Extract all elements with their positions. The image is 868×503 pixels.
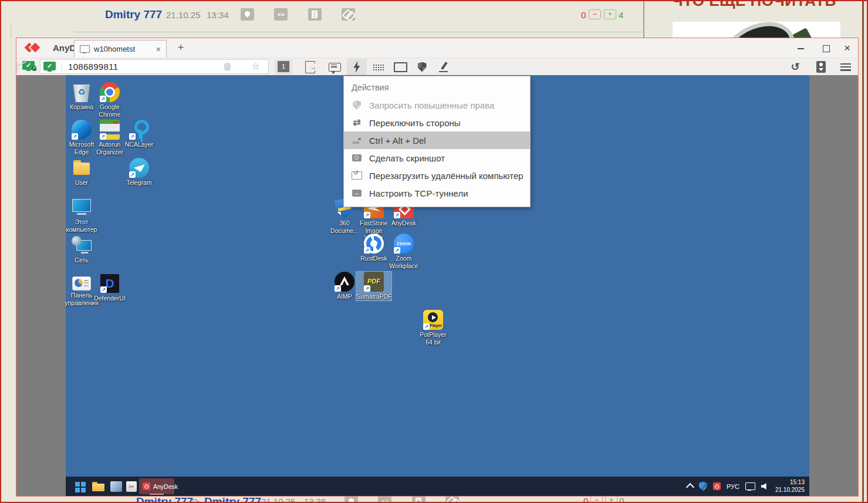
history-icon: ↺ — [791, 60, 799, 73]
permalink-icon[interactable] — [342, 8, 355, 21]
address-field[interactable]: 1086899811 ☆ — [40, 59, 269, 74]
post-author-link[interactable]: Dmitry 777 — [105, 8, 162, 21]
restart-icon — [352, 171, 362, 180]
desktop-icon-network[interactable]: Сеть — [64, 235, 99, 264]
pencil-icon — [438, 62, 449, 72]
file-transfer-button[interactable] — [300, 59, 320, 75]
reply-to-author-link[interactable]: Dmitry 777 — [204, 497, 261, 502]
clock[interactable]: 15:13 21.10.2025 — [775, 479, 805, 494]
desktop-icon-user-folder[interactable]: User — [64, 158, 99, 187]
shortcut-arrow-icon — [394, 247, 400, 254]
zoom-icon: zoom — [394, 234, 414, 254]
vote-up-button[interactable]: + — [604, 9, 616, 19]
address-book-icon — [816, 61, 826, 73]
menu-item-restart-remote[interactable]: Перезагрузить удалённый компьютер — [344, 167, 530, 184]
privacy-eye-icon[interactable] — [17, 61, 18, 72]
monitor-icon — [80, 45, 90, 53]
shortcut-arrow-icon — [129, 171, 136, 178]
desktop-icon-this-pc[interactable]: Этот компьютер — [64, 197, 99, 233]
flag-icon[interactable] — [241, 8, 254, 21]
taskbar-anydesk-button[interactable]: AnyDesk — [139, 478, 174, 494]
shortcut-arrow-icon — [364, 212, 370, 218]
telegram-icon — [129, 158, 149, 178]
taskbar-app-button[interactable] — [109, 480, 123, 494]
keyboard-button[interactable] — [369, 59, 389, 75]
permalink-icon[interactable] — [445, 497, 459, 502]
lock-icon — [32, 66, 37, 71]
anydesk-tray-icon[interactable] — [713, 482, 721, 490]
shortcut-arrow-icon — [423, 323, 430, 330]
desktop-icon-defenderui[interactable]: DefenderUI — [92, 274, 127, 302]
display-settings-button[interactable] — [390, 59, 410, 75]
desktop-icon-ncalayer[interactable]: NCALayer — [121, 120, 157, 148]
permissions-button[interactable] — [412, 59, 432, 75]
shortcut-arrow-icon — [100, 286, 107, 293]
menu-item-ctrl-alt-del[interactable]: Ctrl + Alt + Del — [344, 131, 530, 149]
blockquote-icon[interactable] — [412, 497, 425, 502]
shield-icon — [418, 62, 427, 72]
chat-button[interactable] — [325, 59, 345, 75]
favorite-star-icon[interactable]: ☆ — [252, 60, 260, 72]
volume-icon[interactable] — [761, 483, 769, 490]
remote-monitor-icon — [43, 62, 56, 70]
security-shield-icon[interactable] — [699, 482, 707, 491]
titlebar[interactable]: AnyDesk w10hometst × + × — [16, 38, 858, 58]
menu-item-request-elevation[interactable]: Запросить повышенные права — [344, 96, 530, 114]
windows-start-icon — [75, 482, 80, 487]
remote-taskbar[interactable]: AnyDesk РУС 15:13 21.10.2025 — [66, 477, 809, 496]
snipping-tool-button[interactable] — [124, 480, 139, 494]
actions-menu: Действия Запросить повышенные права ⇄ Пе… — [343, 76, 531, 207]
remote-id[interactable]: 1086899811 — [68, 60, 118, 73]
menu-item-switch-sides[interactable]: ⇄ Переключить стороны — [344, 114, 530, 131]
desktop-icon-potplayer[interactable]: Player PotPlayer 64 bit — [416, 310, 451, 346]
desktop-icon-zoom[interactable]: zoom Zoom Workplace — [386, 234, 421, 269]
folder-icon — [72, 158, 92, 178]
ctrl-alt-del-icon — [352, 137, 362, 144]
sidebar-right-border — [862, 0, 864, 503]
start-button[interactable] — [73, 480, 87, 494]
menu-header: Действия — [344, 79, 530, 96]
shortcut-arrow-icon — [72, 133, 78, 140]
history-button[interactable]: ↺ — [785, 59, 805, 75]
blockquote-icon[interactable] — [308, 8, 322, 21]
network-tray-icon[interactable] — [745, 482, 755, 490]
swap-icon: ⇄ — [352, 118, 362, 127]
whiteboard-button[interactable] — [434, 59, 454, 75]
session-tab[interactable]: w10hometst × — [74, 40, 167, 58]
monitor-select-button[interactable]: 1 — [275, 59, 292, 75]
tab-label: w10hometst — [94, 45, 152, 53]
post-author-link[interactable]: Dmitry 777 — [136, 497, 193, 502]
flag-icon[interactable] — [345, 497, 358, 502]
keyboard-icon — [372, 63, 385, 71]
file-explorer-button[interactable] — [92, 480, 106, 494]
chat-icon — [329, 63, 341, 72]
edge-icon — [72, 120, 92, 140]
database-icon[interactable] — [224, 63, 231, 71]
menu-item-tcp-tunnels[interactable]: ↔ Настроить TCP-туннели — [344, 184, 530, 202]
vote-up-button[interactable]: + — [605, 497, 617, 502]
actions-button[interactable] — [347, 59, 367, 75]
menu-item-screenshot[interactable]: Сделать скриншот — [344, 149, 530, 167]
control-panel-icon — [72, 276, 91, 291]
tab-close-icon[interactable]: × — [156, 45, 161, 54]
desktop-icon-sumatrapdf[interactable]: PDF SumatraPDF — [356, 272, 391, 301]
quote-icon[interactable]: «» — [378, 497, 391, 502]
vote-down-button[interactable]: − — [590, 497, 603, 502]
quote-icon[interactable]: «» — [274, 8, 288, 21]
language-indicator[interactable]: РУС — [727, 483, 739, 490]
new-tab-button[interactable]: + — [173, 38, 189, 58]
vote-down-button[interactable]: − — [589, 9, 601, 19]
desktop-icon-telegram[interactable]: Telegram — [121, 158, 157, 187]
bottom-post-header: Dmitry 777 ↷ Dmitry 777 21.10.25 13:36 «… — [1, 497, 867, 502]
desktop-icon-chrome[interactable]: Google Chrome — [92, 82, 127, 118]
aimp-icon — [335, 272, 354, 292]
globe-icon — [72, 236, 82, 246]
close-button[interactable]: × — [834, 38, 860, 58]
hamburger-icon — [840, 63, 851, 71]
tray-chevron-icon[interactable] — [686, 483, 694, 491]
shortcut-arrow-icon — [394, 212, 400, 218]
minimize-button[interactable] — [788, 38, 814, 58]
main-menu-button[interactable] — [836, 59, 856, 75]
anydesk-logo-icon — [25, 43, 48, 52]
address-book-button[interactable] — [811, 59, 831, 75]
